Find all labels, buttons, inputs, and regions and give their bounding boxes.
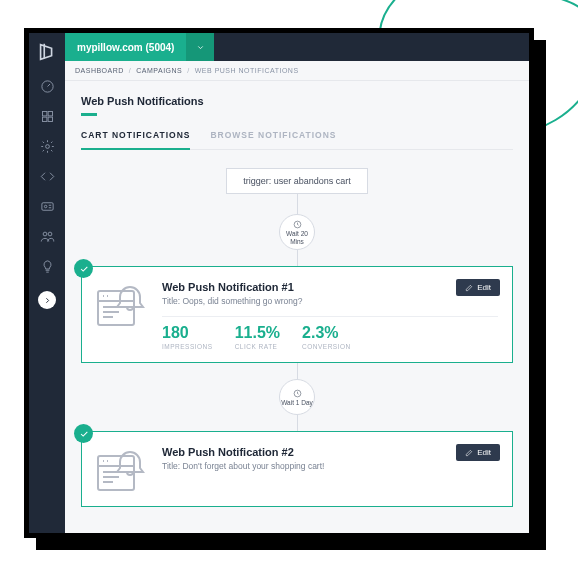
carousel-dot[interactable] (373, 563, 381, 571)
content: Web Push Notifications CART NOTIFICATION… (65, 81, 529, 533)
nav-id[interactable] (29, 191, 65, 221)
nav-expand[interactable] (29, 285, 65, 315)
flow-connector (297, 415, 298, 431)
edit-icon (465, 284, 473, 292)
stat-clickrate-label: CLICK RATE (235, 343, 280, 350)
carousel-dot[interactable] (351, 563, 359, 571)
crumb-dashboard[interactable]: DASHBOARD (75, 67, 124, 74)
svg-rect-6 (41, 202, 52, 210)
tab-browse-notifications[interactable]: BROWSE NOTIFICATIONS (210, 130, 336, 149)
crumb-campaigns[interactable]: CAMPAIGNS (136, 67, 182, 74)
stat-clickrate-value: 11.5% (235, 325, 280, 341)
clock-icon (293, 389, 302, 398)
svg-point-8 (43, 232, 47, 236)
carousel-dot[interactable] (241, 563, 249, 571)
app-logo-icon (36, 41, 58, 63)
nav-code[interactable] (29, 161, 65, 191)
svg-point-7 (44, 205, 47, 208)
main-area: mypillow.com (5004) DASHBOARD / CAMPAIGN… (65, 33, 529, 533)
chevron-down-icon (196, 43, 205, 52)
trigger-node: trigger: user abandons cart (226, 168, 368, 194)
breadcrumb: DASHBOARD / CAMPAIGNS / WEB PUSH NOTIFIC… (65, 61, 529, 81)
flow-connector (297, 194, 298, 214)
nav-settings[interactable] (29, 131, 65, 161)
flow: trigger: user abandons cart Wait 20 Mins (81, 168, 513, 507)
card-subtitle: Title: Oops, did something go wrong? (162, 296, 498, 306)
notification-illustration-icon (96, 446, 148, 494)
clock-icon (293, 220, 302, 229)
edit-icon (465, 449, 473, 457)
notification-card-2: Web Push Notification #2 Title: Don't fo… (81, 431, 513, 507)
edit-button[interactable]: Edit (456, 279, 500, 296)
divider (162, 316, 498, 317)
card-title: Web Push Notification #2 (162, 446, 498, 458)
tabs: CART NOTIFICATIONS BROWSE NOTIFICATIONS (81, 130, 513, 150)
status-check-icon (74, 424, 93, 443)
card-subtitle: Title: Don't forget about your shopping … (162, 461, 498, 471)
carousel-dot[interactable] (307, 563, 315, 571)
carousel-dot[interactable] (329, 563, 337, 571)
svg-rect-2 (48, 111, 52, 115)
stat-conversion-label: CONVERSION (302, 343, 351, 350)
stat-impressions-value: 180 (162, 325, 213, 341)
notification-illustration-icon (96, 281, 148, 329)
carousel-dots (197, 563, 381, 571)
notification-card-1: Web Push Notification #1 Title: Oops, di… (81, 266, 513, 363)
edit-button[interactable]: Edit (456, 444, 500, 461)
domain-label: mypillow.com (5004) (65, 33, 186, 61)
svg-rect-1 (42, 111, 46, 115)
svg-rect-4 (48, 117, 52, 121)
nav-ideas[interactable] (29, 251, 65, 281)
svg-point-9 (48, 232, 52, 236)
flow-connector (297, 363, 298, 379)
topbar: mypillow.com (5004) (65, 33, 529, 61)
nav-users[interactable] (29, 221, 65, 251)
card-title: Web Push Notification #1 (162, 281, 498, 293)
svg-point-5 (45, 144, 49, 148)
carousel-dot[interactable] (285, 563, 293, 571)
carousel-dot[interactable] (263, 563, 271, 571)
stat-impressions-label: IMPRESSIONS (162, 343, 213, 350)
wait-node-1: Wait 20 Mins (279, 214, 315, 250)
page-title: Web Push Notifications (81, 95, 513, 107)
wait-node-2: Wait 1 Day (279, 379, 315, 415)
domain-dropdown[interactable] (186, 33, 214, 61)
stat-conversion-value: 2.3% (302, 325, 351, 341)
flow-connector (297, 250, 298, 266)
title-accent (81, 113, 97, 116)
carousel-dot[interactable] (219, 563, 227, 571)
crumb-current: WEB PUSH NOTIFICATIONS (195, 67, 299, 74)
svg-rect-3 (42, 117, 46, 121)
nav-campaigns[interactable] (29, 101, 65, 131)
app-frame: mypillow.com (5004) DASHBOARD / CAMPAIGN… (24, 28, 534, 538)
card-stats: 180 IMPRESSIONS 11.5% CLICK RATE 2.3% CO… (162, 325, 498, 350)
carousel-dot[interactable] (197, 563, 205, 571)
status-check-icon (74, 259, 93, 278)
nav-dashboard[interactable] (29, 71, 65, 101)
sidebar (29, 33, 65, 533)
tab-cart-notifications[interactable]: CART NOTIFICATIONS (81, 130, 190, 150)
